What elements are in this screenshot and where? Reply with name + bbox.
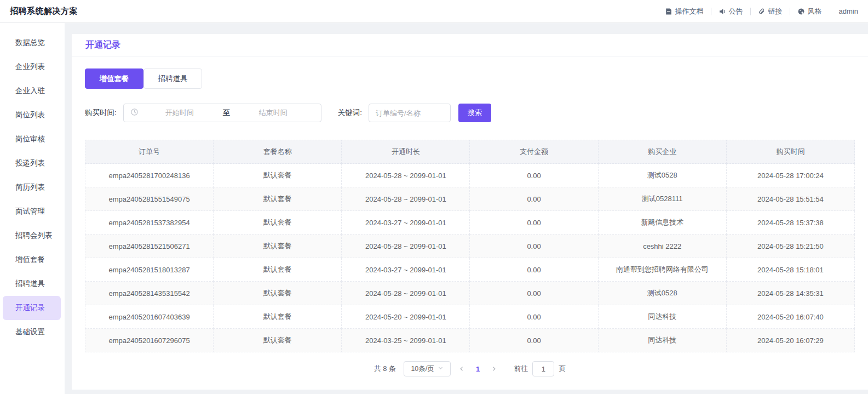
sidebar-item-10[interactable]: 招聘道具	[3, 272, 61, 296]
nav-style-label: 风格	[808, 7, 822, 16]
sidebar-item-11[interactable]: 开通记录	[3, 296, 61, 320]
sidebar-item-9[interactable]: 增值套餐	[3, 248, 61, 272]
tab-value-packages[interactable]: 增值套餐	[85, 68, 143, 89]
column-header: 支付金额	[470, 140, 598, 164]
nav-operation-docs[interactable]: 操作文档	[658, 7, 711, 16]
table-cell: 2024-03-27 ~ 2099-01-01	[342, 258, 470, 282]
table-cell: 2024-05-28 14:35:31	[726, 282, 854, 305]
page-title: 开通记录	[85, 39, 120, 51]
table-cell: 同达科技	[598, 329, 726, 352]
page-size-select[interactable]: 10条/页	[404, 361, 451, 376]
table-cell: 0.00	[470, 211, 598, 235]
sidebar-item-3[interactable]: 岗位列表	[3, 103, 61, 127]
nav-announcement[interactable]: 公告	[711, 7, 750, 16]
table-cell: 默认套餐	[214, 305, 342, 329]
nav-links-label: 链接	[768, 7, 783, 16]
top-header: 招聘系统解决方案 操作文档 公告 链接 风格	[0, 0, 868, 23]
records-table: 订单号套餐名称开通时长支付金额购买企业购买时间 empa240528170024…	[85, 140, 855, 352]
megaphone-icon	[718, 8, 726, 15]
table-cell: 2024-03-25 ~ 2099-01-01	[342, 329, 470, 352]
main-area: 开通记录 增值套餐 招聘道具 购买时间: 开始时间 至 结束时间	[72, 23, 868, 394]
table-cell: 0.00	[470, 258, 598, 282]
sidebar-item-5[interactable]: 投递列表	[3, 151, 61, 175]
table-cell: 2024-05-28 15:37:38	[726, 211, 854, 235]
table-cell: 默认套餐	[214, 187, 342, 211]
goto-page-input[interactable]	[532, 361, 554, 376]
table-row: empa2405281551549075默认套餐2024-05-28 ~ 209…	[85, 187, 855, 211]
table-row: empa2405201607403639默认套餐2024-05-20 ~ 209…	[85, 305, 855, 329]
goto-page-label: 前往	[514, 364, 528, 374]
date-range-picker[interactable]: 开始时间 至 结束时间	[123, 104, 321, 122]
table-cell: 0.00	[470, 305, 598, 329]
purchase-time-label: 购买时间:	[85, 108, 117, 118]
chevron-down-icon	[438, 365, 444, 373]
sidebar-item-6[interactable]: 简历列表	[3, 175, 61, 199]
table-cell: 0.00	[470, 329, 598, 352]
content-panel: 开通记录 增值套餐 招聘道具 购买时间: 开始时间 至 结束时间	[72, 34, 868, 390]
nav-operation-docs-label: 操作文档	[675, 7, 704, 16]
search-button[interactable]: 搜索	[458, 104, 491, 122]
paperclip-icon	[758, 8, 766, 15]
table-cell: 2024-03-27 ~ 2099-01-01	[342, 211, 470, 235]
keyword-input[interactable]	[369, 104, 451, 122]
table-cell: 2024-05-28 ~ 2099-01-01	[342, 164, 470, 187]
table-cell: 0.00	[470, 164, 598, 187]
prev-page-button[interactable]	[456, 366, 467, 372]
table-cell: 同达科技	[598, 305, 726, 329]
table-row: empa2405201607296075默认套餐2024-03-25 ~ 209…	[85, 329, 855, 352]
column-header: 套餐名称	[214, 140, 342, 164]
filter-bar: 购买时间: 开始时间 至 结束时间 关键词: 搜索	[85, 104, 855, 122]
table-cell: empa2405201607296075	[85, 329, 214, 352]
current-page[interactable]: 1	[476, 365, 480, 373]
table-cell: 0.00	[470, 282, 598, 305]
table-cell: 默认套餐	[214, 164, 342, 187]
page-title-row: 开通记录	[72, 34, 868, 56]
app-title: 招聘系统解决方案	[10, 6, 78, 16]
table-cell: empa2405281551549075	[85, 187, 214, 211]
sidebar-item-8[interactable]: 招聘会列表	[3, 224, 61, 248]
nav-links[interactable]: 链接	[751, 7, 790, 16]
sidebar-item-2[interactable]: 企业入驻	[3, 79, 61, 103]
table-cell: empa2405281521506271	[85, 235, 214, 258]
table-cell: 2024-05-28 15:18:01	[726, 258, 854, 282]
table-cell: 默认套餐	[214, 282, 342, 305]
column-header: 开通时长	[342, 140, 470, 164]
next-page-button[interactable]	[488, 366, 499, 372]
table-cell: 默认套餐	[214, 211, 342, 235]
page-size-value: 10条/页	[411, 364, 434, 374]
table-cell: 新飓信息技术	[598, 211, 726, 235]
table-cell: 2024-05-28 17:00:24	[726, 164, 854, 187]
total-count: 共 8 条	[374, 364, 396, 374]
sidebar-item-1[interactable]: 企业列表	[3, 55, 61, 79]
tab-recruitment-props[interactable]: 招聘道具	[143, 68, 202, 89]
table-cell: empa2405281518013287	[85, 258, 214, 282]
palette-icon	[797, 8, 805, 15]
sidebar-divider	[65, 23, 72, 394]
table-cell: 2024-05-28 ~ 2099-01-01	[342, 282, 470, 305]
table-cell: 2024-05-28 ~ 2099-01-01	[342, 235, 470, 258]
table-cell: 0.00	[470, 235, 598, 258]
header-nav: 操作文档 公告 链接 风格 admin	[658, 7, 858, 16]
sidebar-item-0[interactable]: 数据总览	[3, 31, 61, 55]
table-cell: 南通帮到您招聘网络有限公司	[598, 258, 726, 282]
table-cell: 2024-05-20 ~ 2099-01-01	[342, 305, 470, 329]
table-cell: 测试0528	[598, 164, 726, 187]
nav-announcement-label: 公告	[729, 7, 743, 16]
table-cell: 默认套餐	[214, 329, 342, 352]
table-cell: 0.00	[470, 187, 598, 211]
end-date-input[interactable]: 结束时间	[232, 108, 314, 118]
nav-style[interactable]: 风格	[790, 7, 829, 16]
table-cell: empa2405281700248136	[85, 164, 214, 187]
table-row: empa2405281518013287默认套餐2024-03-27 ~ 209…	[85, 258, 855, 282]
sidebar-item-7[interactable]: 面试管理	[3, 199, 61, 224]
table-cell: 2024-05-20 16:07:40	[726, 305, 854, 329]
sidebar-item-4[interactable]: 岗位审核	[3, 127, 61, 151]
table-cell: empa2405281537382954	[85, 211, 214, 235]
table-cell: 默认套餐	[214, 258, 342, 282]
start-date-input[interactable]: 开始时间	[139, 108, 221, 118]
table-cell: 2024-05-20 16:07:29	[726, 329, 854, 352]
table-cell: empa2405201607403639	[85, 305, 214, 329]
user-name[interactable]: admin	[839, 7, 858, 15]
column-header: 购买时间	[726, 140, 854, 164]
sidebar-item-12[interactable]: 基础设置	[3, 320, 61, 344]
